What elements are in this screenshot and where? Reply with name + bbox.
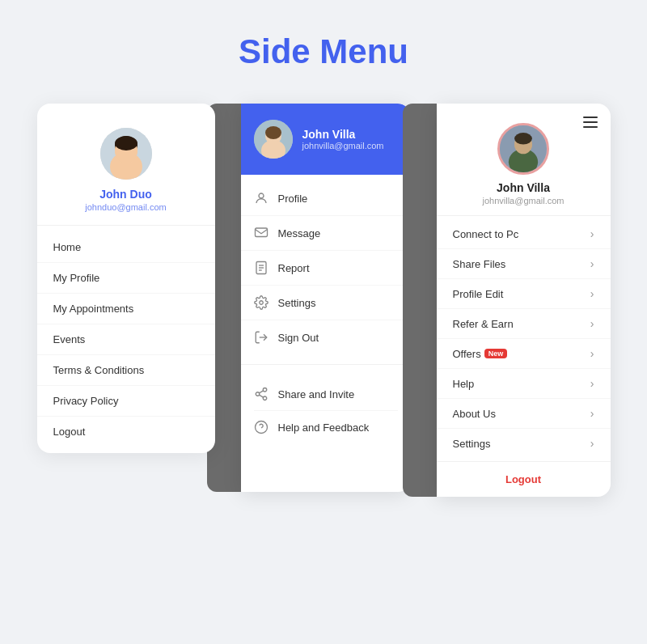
panel2-user-email: johnvilla@gmail.com xyxy=(302,141,384,150)
svg-rect-5 xyxy=(115,136,137,150)
menu-item-my-appointments[interactable]: My Appointments xyxy=(37,294,215,324)
panel3-menu: Connect to Pc › Share Files › Profile Ed… xyxy=(437,216,611,461)
panel-2: John Villa johnvilla@gmail.com Profile M… xyxy=(241,104,411,492)
panel2-divider xyxy=(241,364,411,365)
panel3-user-email: johnvilla@gmail.com xyxy=(482,196,564,205)
panel3-menu-settings[interactable]: Settings › xyxy=(437,429,611,458)
panel3-menu-connect[interactable]: Connect to Pc › xyxy=(437,219,611,249)
panel-3-header: John Villa johnvilla@gmail.com xyxy=(437,104,611,216)
svg-line-22 xyxy=(259,391,263,393)
svg-point-9 xyxy=(265,126,281,139)
svg-point-20 xyxy=(263,396,267,400)
chevron-right-icon: › xyxy=(590,257,594,270)
panel3-menu-help[interactable]: Help › xyxy=(437,369,611,399)
svg-line-21 xyxy=(259,395,263,397)
panel-2-header: John Villa johnvilla@gmail.com xyxy=(241,104,411,175)
chevron-right-icon: › xyxy=(590,437,594,450)
svg-point-23 xyxy=(255,422,267,434)
svg-point-29 xyxy=(514,133,532,145)
logout-button[interactable]: Logout xyxy=(437,461,611,497)
avatar-panel3 xyxy=(497,123,549,175)
svg-rect-11 xyxy=(255,228,267,237)
panel1-menu: Home My Profile My Appointments Events T… xyxy=(37,226,215,453)
chevron-right-icon: › xyxy=(590,347,594,360)
title-part1: Side xyxy=(239,32,311,70)
menu-item-events[interactable]: Events xyxy=(37,324,215,355)
chevron-right-icon: › xyxy=(590,287,594,300)
menu-item-terms[interactable]: Terms & Conditions xyxy=(37,355,215,386)
panel2-menu-profile[interactable]: Profile xyxy=(241,181,411,216)
panel2-help[interactable]: Help and Feedback xyxy=(254,411,398,443)
avatar-panel1 xyxy=(100,128,152,180)
panel2-share[interactable]: Share and Invite xyxy=(254,378,398,411)
panel2-menu-report[interactable]: Report xyxy=(241,251,411,286)
panel2-menu: Profile Message Report Settings Sign Out xyxy=(241,175,411,361)
menu-item-logout[interactable]: Logout xyxy=(37,417,215,447)
panel1-user-email: johnduo@gmail.com xyxy=(85,202,166,212)
panel3-menu-profile-edit[interactable]: Profile Edit › xyxy=(437,279,611,309)
menu-item-my-profile[interactable]: My Profile xyxy=(37,263,215,294)
menu-item-privacy[interactable]: Privacy Policy xyxy=(37,386,215,417)
hamburger-icon[interactable] xyxy=(583,117,598,128)
svg-point-18 xyxy=(263,388,267,392)
new-badge: New xyxy=(484,349,508,358)
chevron-right-icon: › xyxy=(590,317,594,330)
panel-2-wrap: John Villa johnvilla@gmail.com Profile M… xyxy=(207,104,403,492)
panel3-menu-offers[interactable]: Offers New › xyxy=(437,339,611,369)
menu-item-home[interactable]: Home xyxy=(37,232,215,263)
panel-1: John Duo johnduo@gmail.com Home My Profi… xyxy=(37,104,215,453)
panel2-menu-signout[interactable]: Sign Out xyxy=(241,320,411,354)
page-title: Side Menu xyxy=(239,32,408,71)
panel3-menu-refer[interactable]: Refer & Earn › xyxy=(437,309,611,339)
panel3-menu-share-files[interactable]: Share Files › xyxy=(437,249,611,279)
panel2-footer: Share and Invite Help and Feedback xyxy=(241,368,411,453)
avatar-panel2 xyxy=(254,120,293,159)
panel-3: John Villa johnvilla@gmail.com Connect t… xyxy=(437,104,611,497)
chevron-right-icon: › xyxy=(590,407,594,420)
svg-point-16 xyxy=(259,301,263,305)
panel2-user-name: John Villa xyxy=(302,128,384,141)
panel3-menu-about[interactable]: About Us › xyxy=(437,399,611,429)
panel2-menu-message[interactable]: Message xyxy=(241,216,411,251)
panel-3-wrap: John Villa johnvilla@gmail.com Connect t… xyxy=(403,104,611,497)
chevron-right-icon: › xyxy=(590,227,594,240)
panel2-menu-settings[interactable]: Settings xyxy=(241,286,411,320)
svg-point-19 xyxy=(256,392,260,396)
title-part2: Menu xyxy=(319,32,408,70)
svg-point-10 xyxy=(259,193,264,198)
chevron-right-icon: › xyxy=(590,377,594,390)
panel-1-header: John Duo johnduo@gmail.com xyxy=(37,104,215,226)
dark-sidebar-3 xyxy=(403,104,437,497)
panel1-user-name: John Duo xyxy=(99,188,152,201)
panel3-user-name: John Villa xyxy=(497,181,550,194)
panels-container: John Duo johnduo@gmail.com Home My Profi… xyxy=(0,104,647,497)
